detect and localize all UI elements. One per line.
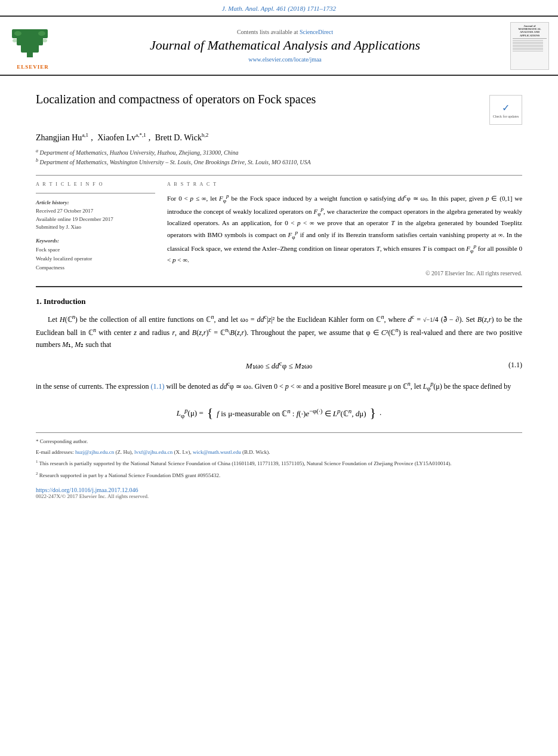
svg-point-5: [38, 31, 45, 36]
elsevier-tree-icon: [6, 21, 54, 60]
elsevier-logo: ELSEVIER: [6, 21, 60, 70]
keywords-label: Keywords:: [36, 238, 155, 244]
svg-point-7: [42, 39, 47, 42]
section-divider: [36, 286, 522, 287]
footnote-1-marker: 1: [36, 459, 38, 464]
svg-point-4: [14, 31, 21, 36]
affiliations: a Department of Mathematics, Huzhou Univ…: [36, 147, 522, 167]
history-label: Article history:: [36, 199, 155, 205]
svg-rect-2: [17, 37, 43, 45]
affiliation-b: b Department of Mathematics, Washington …: [36, 157, 522, 167]
footnote-1: 1 This research is partially supported b…: [36, 459, 522, 468]
keyword-1: Fock space: [36, 245, 155, 254]
journal-header-center: Contents lists available at ScienceDirec…: [66, 29, 504, 63]
received-date: Received 27 October 2017: [36, 207, 155, 216]
article-title: Localization and compactness of operator…: [36, 93, 483, 106]
journal-thumbnail: Journal ofMATHEMATICALANALYSIS ANDAPPLIC…: [510, 22, 552, 70]
available-date: Available online 19 December 2017: [36, 216, 155, 224]
equation-lphip: Lφp(μ) = { f is μ-measurable on ℂn : f(·…: [36, 405, 522, 420]
svg-point-6: [13, 39, 17, 42]
keyword-3: Compactness: [36, 263, 155, 272]
contents-available-line: Contents lists available at ScienceDirec…: [66, 29, 504, 35]
sciencedirect-link[interactable]: ScienceDirect: [300, 29, 333, 35]
keyword-2: Weakly localized operator: [36, 254, 155, 263]
intro-paragraph-2: in the sense of currents. The expression…: [36, 379, 522, 394]
author-1: Zhangjian Hua,1: [36, 133, 88, 142]
article-info-divider: [36, 193, 155, 193]
affiliation-a: a Department of Mathematics, Huzhou Univ…: [36, 147, 522, 157]
journal-title: Journal of Mathematical Analysis and App…: [66, 37, 504, 54]
elsevier-wordmark: ELSEVIER: [6, 64, 60, 70]
footnotes-area: * Corresponding author. E-mail addresses…: [36, 432, 522, 480]
authors-line: Zhangjian Hua,1, Xiaofen Lva,*,1, Brett …: [36, 132, 522, 143]
check-updates-badge: ✓ Check for updates: [489, 95, 522, 125]
article-history: Article history: Received 27 October 201…: [36, 199, 155, 232]
article-title-row: Localization and compactness of operator…: [36, 93, 522, 125]
journal-url[interactable]: www.elsevier.com/locate/jmaa: [66, 56, 504, 63]
eq2-content: Lφp(μ) = { f is μ-measurable on ℂn : f(·…: [177, 405, 382, 420]
svg-rect-1: [21, 44, 39, 53]
issn-line: 0022-247X/© 2017 Elsevier Inc. All right…: [36, 493, 522, 499]
keywords-section: Keywords: Fock space Weakly localized op…: [36, 238, 155, 273]
header-divider: [36, 175, 522, 176]
article-info-abstract-section: A R T I C L E I N F O Article history: R…: [36, 182, 522, 276]
equation-1-1: M₁ω₀ ≤ ddcφ ≤ M₂ω₀ (1.1): [36, 359, 522, 371]
submitted-by: Submitted by J. Xiao: [36, 223, 155, 232]
doi-link[interactable]: https://doi.org/10.1016/j.jmaa.2017.12.0…: [36, 487, 522, 493]
footnote-2-marker: 2: [36, 471, 38, 476]
paper-content: Localization and compactness of operator…: [0, 76, 558, 511]
introduction-heading: 1. Introduction: [36, 297, 522, 306]
eq1-content: M₁ω₀ ≤ ddcφ ≤ M₂ω₀: [246, 359, 312, 371]
email-hu[interactable]: huzj@zjhu.edu.cn: [75, 449, 114, 455]
author-2: Xiaofen Lva,*,1: [97, 133, 146, 142]
email-wick[interactable]: wick@math.wustl.edu: [193, 449, 241, 455]
article-info-heading: A R T I C L E I N F O: [36, 182, 155, 187]
intro-paragraph-1: Let H(ℂn) be the collection of all entir…: [36, 312, 522, 351]
author-3: Brett D. Wickb,2: [155, 133, 208, 142]
journal-header: ELSEVIER Contents lists available at Sci…: [0, 16, 558, 76]
footnote-corresponding: * Corresponding author.: [36, 438, 522, 446]
footnote-2: 2 Research supported in part by a Nation…: [36, 471, 522, 480]
abstract-column: A B S T R A C T For 0 < p ≤ ∞, let Fφp b…: [167, 182, 522, 276]
check-updates-label: Check for updates: [493, 115, 519, 118]
abstract-text: For 0 < p ≤ ∞, let Fφp be the Fock space…: [167, 192, 522, 265]
footnote-emails: E-mail addresses: huzj@zjhu.edu.cn (Z. H…: [36, 448, 522, 457]
journal-reference: J. Math. Anal. Appl. 461 (2018) 1711–173…: [0, 0, 558, 16]
copyright: © 2017 Elsevier Inc. All rights reserved…: [167, 270, 522, 276]
article-info-column: A R T I C L E I N F O Article history: R…: [36, 182, 155, 276]
email-lv[interactable]: lvxf@zjhu.edu.cn: [134, 449, 172, 455]
eq1-number: (1.1): [508, 361, 522, 370]
check-updates-icon: ✓: [502, 102, 510, 113]
abstract-heading: A B S T R A C T: [167, 182, 522, 187]
